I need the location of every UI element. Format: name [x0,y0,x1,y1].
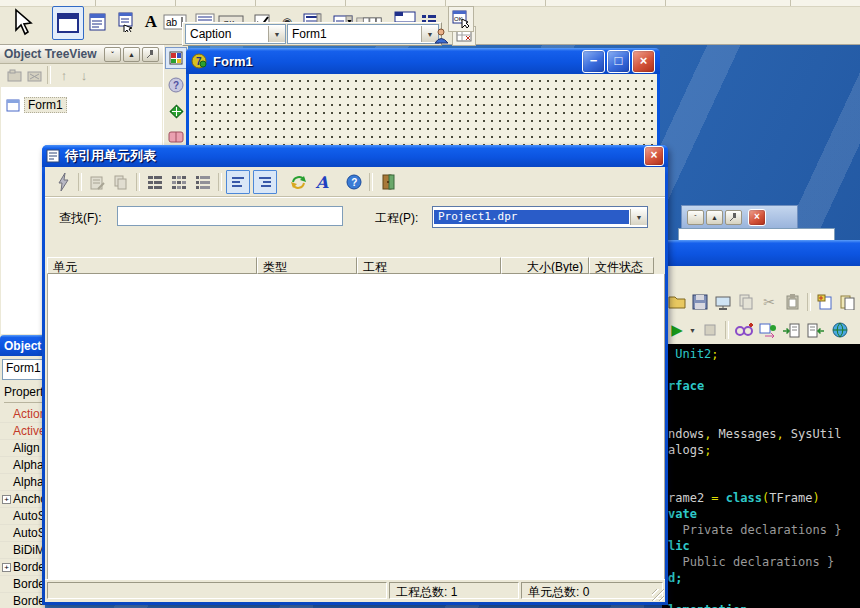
object-treeview-titlebar[interactable]: Object TreeView ˇ ▲ [0,45,163,64]
move-down-icon[interactable]: ↓ [74,65,94,85]
expand-icon[interactable]: + [2,563,11,572]
copy-unit-icon[interactable] [110,171,132,193]
cut-icon[interactable]: ✂ [759,291,780,313]
pin-icon[interactable] [142,47,159,62]
pause-icon[interactable] [699,319,721,341]
property-row[interactable]: +AlphaB [0,474,45,491]
form1-design-surface[interactable] [189,74,657,145]
property-row[interactable]: +Action [0,406,45,423]
docked-panel-titlebar[interactable]: ˇ ▲ × [681,205,798,229]
list-view-icon[interactable] [144,171,166,193]
run-icon[interactable]: ▶ [666,319,688,341]
property-label: Border [13,577,45,591]
toggle-form-unit-icon[interactable] [757,319,779,341]
property-row[interactable]: +Border [0,576,45,593]
font-icon[interactable]: A [311,171,333,193]
minimize-button[interactable]: − [582,50,605,73]
property-row[interactable]: +AutoS [0,508,45,525]
code-line: rame2 = class(TFrame) [668,490,860,506]
resize-grip[interactable] [652,589,664,601]
unit-list-body[interactable] [47,274,665,598]
new-item-icon[interactable] [4,65,24,85]
pin-icon[interactable] [725,210,742,225]
expand-icon[interactable]: + [2,495,11,504]
select-cursor-icon[interactable] [12,8,34,36]
report-view-icon[interactable] [168,171,190,193]
exit-door-icon[interactable] [377,171,399,193]
palette-tab-strip[interactable] [0,0,860,7]
property-row[interactable]: +AutoS [0,525,45,542]
remove-file-icon[interactable] [805,319,827,341]
add-file-icon[interactable] [781,319,803,341]
property-row[interactable]: +AlphaB [0,457,45,474]
ok-cursor-toolbutton[interactable]: OK [448,6,474,32]
dropdown-arrow-icon[interactable]: ▼ [630,209,647,225]
column-header[interactable]: 类型 [257,257,357,274]
diamond-arrows-icon[interactable] [166,101,186,121]
tab-properties[interactable]: Properti [4,385,45,403]
property-row[interactable]: +Border [0,593,45,608]
popupmenu-palette-icon[interactable] [112,9,138,35]
execute-icon[interactable] [52,171,74,193]
mainmenu-palette-icon[interactable] [86,9,112,35]
desktop-speedsetting-icon[interactable] [712,291,733,313]
frames-palette-button[interactable] [52,6,84,40]
tree-item-form1[interactable]: Form1 [6,97,162,113]
property-row[interactable]: +Ancho [0,491,45,508]
property-row[interactable]: +Align [0,440,45,457]
property-row[interactable]: +Border [0,559,45,576]
save-all-icon[interactable] [689,291,710,313]
refresh-units-icon[interactable] [287,171,309,193]
column-header[interactable]: 工程 [357,257,501,274]
label-palette-icon[interactable]: A [138,9,164,35]
dropdown-arrow-icon[interactable]: ▼ [268,26,285,42]
form1-titlebar[interactable]: 7 Form1 − □ × [186,48,660,74]
search-label: 查找(F): [59,210,102,227]
edit-unit-icon[interactable] [86,171,108,193]
run-dropdown-icon[interactable]: ▼ [689,327,696,334]
dialog-titlebar[interactable]: 待引用单元列表 × [42,145,668,167]
code-editor[interactable]: Unit2;rfacendows, Messages, SysUtilalogs… [662,344,860,608]
search-input[interactable] [117,206,343,226]
paste-icon[interactable] [782,291,803,313]
maximize-button[interactable]: □ [607,50,630,73]
column-header[interactable]: 文件状态 [589,257,654,274]
help-icon[interactable]: ? [343,171,365,193]
move-up-icon[interactable]: ↑ [54,65,74,85]
collapse-icon[interactable]: ▲ [123,47,140,62]
inspector-object-value: Form1 [6,361,41,375]
notebook-icon[interactable] [166,127,186,147]
copy-icon[interactable] [735,291,756,313]
align-right-toggle[interactable] [253,170,277,194]
open-file-icon[interactable] [666,291,687,313]
unit-list-dialog: 待引用单元列表 × [42,145,668,605]
column-header[interactable]: 单元 [47,257,257,274]
close-button[interactable]: × [748,209,766,226]
detail-view-icon[interactable] [192,171,214,193]
add-watch-icon[interactable] [733,319,755,341]
editor-titlebar[interactable] [662,240,860,266]
dialog-close-button[interactable]: × [644,146,664,166]
new-items-icon[interactable] [815,291,836,313]
object-inspector-titlebar[interactable]: Object I [0,335,45,356]
code-line: Unit2; [668,346,860,362]
palette-grid-icon[interactable] [165,47,187,69]
code-line: lic [668,538,860,554]
caption-combobox[interactable]: Caption ▼ [185,24,286,44]
column-header[interactable]: 大小(Byte) [501,257,589,274]
chevron-down-icon[interactable]: ˇ [104,47,121,62]
form-selector-combobox[interactable]: Form1 ▼ [287,24,439,44]
pages-icon[interactable] [838,291,859,313]
globe-icon[interactable] [829,319,851,341]
align-left-toggle[interactable] [226,170,250,194]
help-swirl-icon[interactable]: ? [166,75,186,95]
chevron-down-icon[interactable]: ˇ [687,210,704,225]
project-combobox[interactable]: Project1.dpr ▼ [432,206,648,228]
delete-item-icon[interactable] [24,65,44,85]
property-row[interactable]: +BiDiM [0,542,45,559]
form-selector-value: Form1 [288,27,421,41]
collapse-icon[interactable]: ▲ [706,210,723,225]
property-row[interactable]: +Active [0,423,45,440]
close-button[interactable]: × [632,50,655,73]
inspector-object-combobox[interactable]: Form1 [2,359,45,380]
